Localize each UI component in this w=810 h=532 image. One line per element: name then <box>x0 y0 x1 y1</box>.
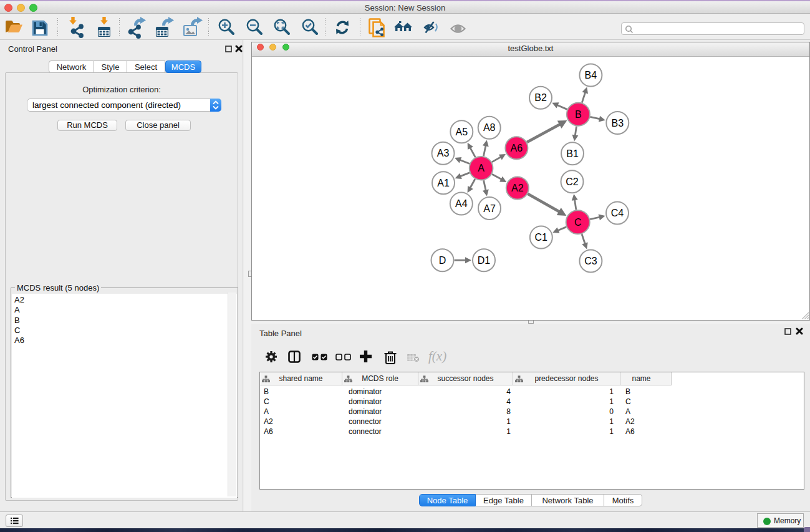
svg-text:A6: A6 <box>511 143 523 153</box>
svg-text:C3: C3 <box>584 256 597 266</box>
svg-text:C: C <box>574 217 582 228</box>
svg-text:A5: A5 <box>456 127 468 137</box>
svg-text:C2: C2 <box>566 177 579 187</box>
svg-text:A1: A1 <box>437 178 450 188</box>
svg-text:C4: C4 <box>611 208 624 218</box>
svg-text:D: D <box>439 255 446 266</box>
svg-text:B: B <box>575 109 582 120</box>
svg-text:C1: C1 <box>535 232 548 243</box>
svg-text:A3: A3 <box>437 148 450 158</box>
svg-text:A2: A2 <box>511 183 524 193</box>
svg-text:A8: A8 <box>483 122 496 133</box>
svg-text:A7: A7 <box>483 203 496 214</box>
svg-text:A: A <box>478 163 485 173</box>
svg-text:B4: B4 <box>585 70 597 80</box>
svg-text:A4: A4 <box>455 198 468 209</box>
svg-text:D1: D1 <box>478 255 491 266</box>
svg-text:B2: B2 <box>534 92 547 103</box>
svg-text:B3: B3 <box>612 118 624 128</box>
svg-text:B1: B1 <box>566 148 579 159</box>
